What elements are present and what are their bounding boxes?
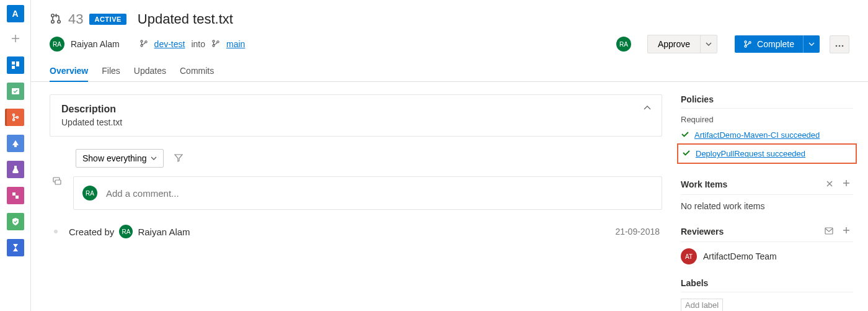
content-sidebar: Policies Required ArtifactDemo-Maven-CI …: [681, 82, 868, 311]
nav-pipelines-icon[interactable]: [7, 135, 24, 152]
reviewer-item[interactable]: AT ArtifactDemo Team: [681, 248, 853, 264]
svg-rect-7: [12, 192, 16, 196]
reviewer-avatar: AT: [681, 248, 697, 264]
more-actions-button[interactable]: [830, 35, 849, 53]
add-project-icon[interactable]: [8, 31, 23, 48]
svg-point-4: [12, 114, 14, 116]
creator-avatar: RA: [119, 225, 133, 238]
tab-files[interactable]: Files: [102, 61, 120, 82]
svg-point-12: [141, 40, 143, 42]
header-title-row: 43 ACTIVE Updated test.txt: [50, 11, 849, 27]
policy-link[interactable]: DeployPullRequest succeeded: [696, 149, 805, 158]
branch-icon: [211, 39, 220, 50]
comment-input[interactable]: [106, 188, 653, 199]
svg-point-6: [16, 117, 18, 119]
labels-title: Labels: [681, 278, 853, 288]
svg-rect-0: [12, 61, 15, 65]
author-name: Raiyan Alam: [71, 39, 120, 49]
svg-point-23: [842, 45, 844, 47]
pr-status-badge: ACTIVE: [89, 14, 126, 25]
header-meta-row: RA Raiyan Alam dev-test into main RA App…: [50, 35, 849, 53]
reviewers-section: Reviewers AT ArtifactDemo Team: [681, 225, 853, 264]
svg-point-13: [141, 44, 143, 46]
svg-point-21: [836, 45, 838, 47]
svg-rect-8: [16, 196, 19, 199]
svg-point-18: [745, 41, 746, 43]
svg-point-9: [51, 14, 55, 17]
reviewer-name: ArtifactDemo Team: [703, 251, 777, 261]
approve-button[interactable]: Approve: [647, 35, 700, 53]
created-date: 21-09-2018: [615, 227, 660, 237]
svg-point-5: [12, 119, 14, 121]
pull-request-icon: [50, 12, 62, 27]
svg-rect-2: [12, 66, 15, 69]
show-everything-dropdown[interactable]: Show everything: [76, 149, 164, 168]
add-reviewer-icon[interactable]: [839, 225, 853, 238]
add-workitem-icon[interactable]: [839, 178, 853, 191]
checkmark-icon: [682, 148, 691, 159]
tab-overview[interactable]: Overview: [50, 61, 88, 82]
mail-icon[interactable]: [822, 225, 836, 238]
labels-section: Labels Add label: [681, 278, 853, 311]
workitems-section: Work Items No related work items: [681, 178, 853, 211]
created-prefix: Created by: [69, 227, 114, 237]
workitems-title: Work Items: [681, 179, 820, 189]
nav-overview-icon[interactable]: [7, 56, 24, 74]
svg-rect-1: [16, 61, 19, 66]
description-card: Description Updated test.txt: [50, 94, 662, 137]
svg-point-15: [213, 40, 215, 42]
discussion-icon: [50, 176, 64, 186]
workitems-empty: No related work items: [681, 201, 853, 211]
policies-section: Policies Required ArtifactDemo-Maven-CI …: [681, 94, 853, 164]
policy-link[interactable]: ArtifactDemo-Maven-CI succeeded: [694, 130, 820, 140]
collapse-description-icon[interactable]: [643, 104, 652, 114]
content-area: Description Updated test.txt Show everyt…: [31, 82, 868, 311]
current-user-avatar[interactable]: RA: [616, 37, 631, 52]
pr-tabs: Overview Files Updates Commits: [50, 61, 849, 81]
policy-item: DeployPullRequest succeeded: [682, 146, 852, 161]
nav-boards-icon[interactable]: [7, 83, 24, 100]
main-area: 43 ACTIVE Updated test.txt RA Raiyan Ala…: [31, 0, 868, 311]
created-row: Created by RA Raiyan Alam 21-09-2018: [50, 225, 662, 238]
nav-repos-icon[interactable]: [7, 109, 24, 126]
svg-point-16: [213, 44, 215, 46]
tab-commits[interactable]: Commits: [180, 61, 214, 82]
timeline-filter-row: Show everything: [50, 149, 662, 176]
complete-dropdown[interactable]: [803, 35, 820, 53]
timeline-dot-icon: [54, 230, 58, 233]
branch-icon: [140, 39, 148, 50]
nav-shield-icon[interactable]: [7, 213, 24, 230]
description-body: Updated test.txt: [61, 117, 650, 127]
target-branch-link[interactable]: main: [226, 39, 245, 49]
pr-id: 43: [68, 11, 83, 27]
svg-rect-26: [825, 228, 833, 234]
nav-hourglass-icon[interactable]: [7, 239, 24, 256]
complete-button[interactable]: Complete: [735, 35, 803, 53]
svg-point-22: [839, 45, 841, 47]
pr-header: 43 ACTIVE Updated test.txt RA Raiyan Ala…: [31, 0, 868, 82]
approve-dropdown[interactable]: [700, 35, 717, 53]
nav-testplans-icon[interactable]: [7, 161, 24, 178]
filter-icon[interactable]: [174, 153, 184, 165]
complete-label: Complete: [757, 39, 794, 49]
add-label-input[interactable]: Add label: [681, 299, 723, 311]
checkmark-icon: [681, 130, 689, 140]
creator-name: Raiyan Alam: [138, 227, 190, 237]
svg-rect-25: [55, 180, 61, 184]
tab-updates[interactable]: Updates: [134, 61, 166, 82]
close-icon[interactable]: [823, 178, 836, 191]
pr-title: Updated test.txt: [138, 11, 233, 27]
author-avatar: RA: [50, 37, 64, 52]
comment-card: RA: [73, 176, 662, 210]
svg-point-11: [58, 20, 61, 23]
content-main: Description Updated test.txt Show everyt…: [31, 82, 681, 311]
nav-artifacts-icon[interactable]: [7, 187, 24, 204]
svg-point-10: [51, 20, 55, 23]
left-nav-rail: A: [0, 0, 31, 311]
source-branch-link[interactable]: dev-test: [154, 39, 185, 49]
comment-avatar: RA: [82, 186, 97, 201]
org-logo[interactable]: A: [7, 5, 24, 22]
policies-required-label: Required: [681, 115, 853, 124]
policy-highlight-box: DeployPullRequest succeeded: [677, 143, 857, 164]
filter-label: Show everything: [82, 153, 147, 163]
